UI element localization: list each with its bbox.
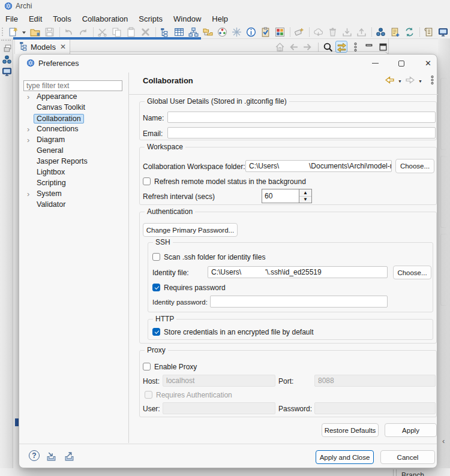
spinner-up-icon[interactable]: ▲ — [299, 189, 311, 197]
enable-proxy-label: Enable Proxy — [154, 363, 197, 371]
tree-item-general[interactable]: General — [19, 146, 127, 156]
folder-tree-icon[interactable] — [202, 26, 213, 37]
new-dropdown-caret[interactable] — [22, 26, 26, 37]
validate-icon[interactable] — [260, 26, 271, 37]
name-field[interactable] — [167, 112, 436, 123]
tab-close-icon[interactable]: ✕ — [60, 43, 66, 51]
dialog-minimize-button[interactable] — [372, 63, 379, 64]
menu-tools[interactable]: Tools — [47, 12, 76, 23]
chevron-right-icon[interactable]: › — [27, 125, 29, 134]
forward-nav-icon[interactable] — [405, 75, 415, 87]
tree-item-collaboration[interactable]: Collaboration — [19, 113, 127, 124]
scan-ssh-checkbox[interactable] — [152, 253, 160, 261]
diagram-icon[interactable] — [188, 26, 199, 37]
snowflake-icon[interactable] — [231, 26, 242, 37]
refresh-interval-spinner[interactable]: 60 ▲▼ — [262, 189, 312, 203]
tree-item-label: System — [37, 189, 62, 198]
color-grid-icon[interactable] — [274, 26, 285, 37]
header-nav: ▼▼ — [384, 75, 437, 87]
dropdown-caret-icon[interactable]: ▼ — [398, 79, 402, 83]
status-divider — [393, 469, 394, 476]
new-doc-icon[interactable] — [389, 26, 400, 37]
viewbar-separator — [318, 43, 319, 52]
identity-password-field[interactable] — [210, 296, 388, 308]
open-model-icon[interactable] — [29, 26, 40, 37]
console-rail-icon[interactable] — [2, 67, 12, 79]
maximize-view-icon[interactable] — [377, 41, 389, 53]
minimize-view-icon[interactable] — [363, 41, 375, 53]
import-preferences-icon[interactable] — [46, 451, 56, 463]
sketch-icon[interactable] — [293, 26, 304, 37]
header-menu-icon[interactable] — [427, 75, 437, 87]
info-icon[interactable] — [245, 26, 256, 37]
tree-item-label: Canvas Toolkit — [37, 103, 85, 112]
tree-item-scripting[interactable]: Scripting — [19, 178, 127, 189]
menu-file[interactable]: File — [0, 12, 23, 23]
menu-help[interactable]: Help — [206, 12, 233, 23]
dialog-close-button[interactable]: ✕ — [425, 59, 431, 68]
menu-edit[interactable]: Edit — [23, 12, 47, 23]
requires-password-checkbox[interactable] — [152, 284, 160, 291]
identity-file-field[interactable]: C:\Users\ '\.ssh\id_ed25519 — [208, 266, 388, 278]
dialog-maximize-button[interactable] — [398, 61, 404, 67]
store-credentials-checkbox[interactable] — [152, 328, 160, 336]
view-menu-icon[interactable] — [349, 41, 361, 53]
tree-item-lightbox[interactable]: Lightbox — [19, 167, 127, 178]
apply-button[interactable]: Apply — [385, 423, 437, 437]
collaboration-icon[interactable] — [375, 26, 386, 37]
tree-item-connections[interactable]: ›Connections — [19, 124, 127, 135]
console-icon[interactable] — [437, 26, 448, 37]
help-icon[interactable]: ? — [29, 450, 40, 461]
refresh-icon[interactable] — [404, 26, 415, 37]
restore-panel-icon[interactable] — [2, 43, 13, 55]
tab-models-label: Models — [31, 43, 56, 52]
models-view-rail-icon[interactable] — [2, 55, 12, 67]
menu-collaboration[interactable]: Collaboration — [77, 12, 134, 23]
script-icon[interactable] — [423, 26, 434, 37]
paste-icon — [125, 26, 136, 37]
main-toolbar — [0, 25, 450, 38]
model-tree-icon[interactable] — [159, 26, 170, 37]
chevron-right-icon[interactable]: › — [27, 92, 29, 101]
tree-item-label: Collaboration — [34, 114, 84, 123]
refresh-remote-label: Refresh remote model status in the backg… — [154, 177, 306, 186]
spinner-down-icon[interactable]: ▼ — [299, 197, 311, 203]
dropdown-caret-icon[interactable]: ▼ — [418, 79, 422, 83]
restore-panel-chevron-icon[interactable]: ‹ — [442, 436, 445, 445]
panel-separator[interactable] — [128, 73, 129, 443]
color-wheel-icon[interactable] — [217, 26, 227, 37]
left-rail — [0, 38, 13, 476]
tab-models[interactable]: Models ✕ — [14, 40, 70, 54]
email-field[interactable] — [167, 127, 436, 138]
change-primary-password-button[interactable]: Change Primary Password... — [143, 223, 238, 237]
tree-item-jasper-reports[interactable]: Jasper Reports — [19, 156, 127, 167]
toolbar-drag-handle[interactable] — [2, 28, 4, 36]
tree-item-appearance[interactable]: ›Appearance — [19, 92, 127, 103]
identity-choose-button[interactable]: Choose... — [393, 266, 431, 279]
table-view-icon[interactable] — [173, 26, 184, 37]
new-model-icon[interactable] — [7, 26, 18, 37]
tree-item-system[interactable]: ›System — [19, 189, 127, 200]
restore-defaults-button[interactable]: Restore Defaults — [322, 423, 379, 437]
group-legend: SSH — [153, 238, 173, 246]
back-nav-icon[interactable] — [385, 75, 395, 87]
workspace-folder-field[interactable]: C:\Users\ \Documents\Archi\model-re — [245, 160, 392, 172]
cancel-button[interactable]: Cancel — [380, 450, 435, 464]
link-editor-icon[interactable] — [335, 41, 347, 53]
search-icon[interactable] — [322, 41, 334, 53]
tree-item-diagram[interactable]: ›Diagram — [19, 135, 127, 146]
rail-drag-handle[interactable] — [1, 40, 11, 41]
menu-scripts[interactable]: Scripts — [133, 12, 168, 23]
export-preferences-icon[interactable] — [64, 451, 74, 463]
chevron-right-icon[interactable]: › — [27, 189, 29, 198]
toolbar-separator — [419, 28, 420, 37]
tree-item-label: Diagram — [37, 135, 65, 144]
tree-item-canvas-toolkit[interactable]: Canvas Toolkit — [19, 103, 127, 113]
refresh-remote-checkbox[interactable] — [143, 177, 151, 185]
apply-and-close-button[interactable]: Apply and Close — [316, 450, 374, 464]
tree-item-validator[interactable]: Validator — [19, 200, 127, 210]
enable-proxy-checkbox[interactable] — [143, 363, 151, 370]
menu-window[interactable]: Window — [168, 12, 206, 23]
chevron-right-icon[interactable]: › — [27, 135, 29, 144]
workspace-choose-button[interactable]: Choose... — [395, 159, 434, 173]
